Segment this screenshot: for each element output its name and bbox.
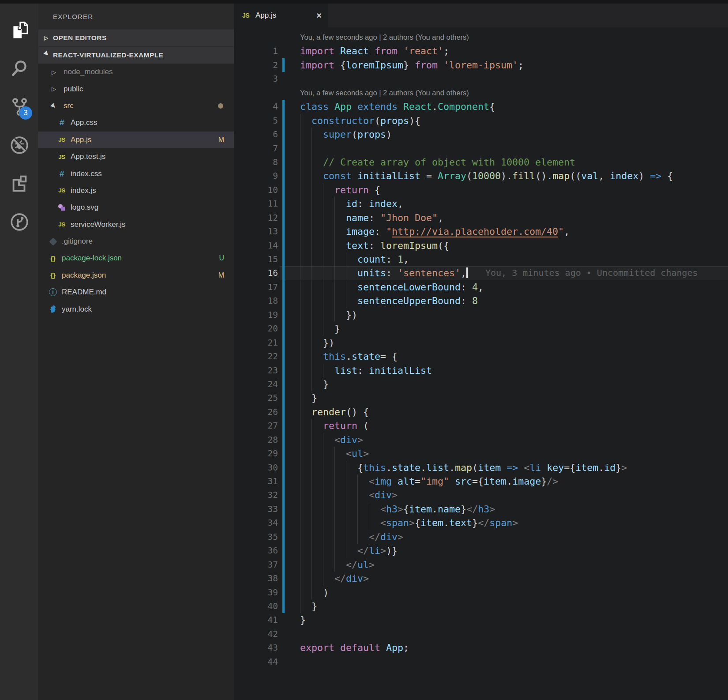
- code-line-13[interactable]: 13image: "http://via.placeholder.com/40"…: [234, 225, 728, 238]
- code-text: </div>: [300, 572, 369, 585]
- code-line-35[interactable]: 35</div>: [234, 530, 728, 544]
- tree-item-index-css[interactable]: #index.css: [38, 165, 234, 182]
- tree-item-src[interactable]: ▶src: [38, 98, 234, 114]
- chevron-expanded-icon: ▶: [49, 101, 59, 111]
- modified-gutter-indicator: [282, 516, 285, 530]
- code-line-8[interactable]: 8// Create array of object with 10000 el…: [234, 155, 728, 169]
- tree-item--gitignore[interactable]: .gitignore: [38, 233, 234, 250]
- code-line-28[interactable]: 28<div>: [234, 433, 728, 447]
- code-line-25[interactable]: 25}: [234, 391, 728, 405]
- code-line-18[interactable]: 18sentenceUpperBound: 8: [234, 294, 728, 308]
- code-line-21[interactable]: 21}): [234, 336, 728, 350]
- tree-item-serviceworker-js[interactable]: JSserviceWorker.js: [38, 216, 234, 233]
- code-line-37[interactable]: 37</ul>: [234, 558, 728, 572]
- line-number: 42: [234, 627, 278, 641]
- code-text: class App extends React.Component{: [300, 100, 495, 113]
- code-line-30[interactable]: 30{this.state.list.map(item => <li key={…: [234, 461, 728, 474]
- code-text: ): [300, 586, 329, 599]
- activity-bar: 3: [0, 4, 38, 700]
- file-label: package.json: [62, 271, 106, 280]
- code-line-4[interactable]: 4class App extends React.Component{: [234, 100, 728, 113]
- code-line-39[interactable]: 39): [234, 586, 728, 599]
- tree-item-public[interactable]: ▷public: [38, 80, 234, 97]
- tree-item-package-json[interactable]: {}package.jsonM: [38, 267, 234, 284]
- section-react-virtualized-example[interactable]: ▶REACT-VIRTUALIZED-EXAMPLE: [38, 46, 234, 64]
- modified-gutter-indicator: [282, 572, 285, 585]
- code-line-3[interactable]: 3: [234, 72, 728, 86]
- code-line-19[interactable]: 19}): [234, 308, 728, 322]
- line-number: 18: [234, 294, 278, 308]
- code-line-22[interactable]: 22this.state= {: [234, 350, 728, 363]
- tree-item-readme-md[interactable]: iREADME.md: [38, 284, 234, 301]
- modified-gutter-indicator: [282, 252, 285, 266]
- activity-source-control-icon[interactable]: 3: [0, 87, 38, 126]
- tree-item-node-modules[interactable]: ▷node_modules: [38, 64, 234, 80]
- activity-debug-disabled-icon[interactable]: [0, 126, 38, 164]
- code-line-17[interactable]: 17sentenceLowerBound: 4,: [234, 280, 728, 294]
- code-line-41[interactable]: 41}: [234, 613, 728, 627]
- modified-gutter-indicator: [282, 419, 285, 433]
- code-line-42[interactable]: 42: [234, 627, 728, 641]
- git-file-icon: [47, 239, 59, 245]
- codelens-annotation[interactable]: You, a few seconds ago | 2 authors (You …: [234, 30, 728, 44]
- code-line-43[interactable]: 43export default App;: [234, 641, 728, 655]
- modified-gutter-indicator: [282, 225, 285, 238]
- line-number: 22: [234, 350, 278, 363]
- code-line-16[interactable]: 16units: 'sentences',You, 3 minutes ago …: [234, 266, 728, 280]
- code-line-44[interactable]: 44: [234, 655, 728, 669]
- code-line-33[interactable]: 33<h3>{item.name}</h3>: [234, 502, 728, 516]
- code-line-14[interactable]: 14text: loremIpsum({: [234, 239, 728, 252]
- modified-gutter-indicator: [282, 280, 285, 294]
- code-text: }: [300, 322, 340, 335]
- tree-item-package-lock-json[interactable]: {}package-lock.jsonU: [38, 250, 234, 267]
- activity-search-icon[interactable]: [0, 49, 38, 87]
- close-icon[interactable]: ✕: [316, 11, 322, 20]
- code-line-23[interactable]: 23list: initialList: [234, 364, 728, 377]
- code-line-40[interactable]: 40}: [234, 599, 728, 613]
- code-line-34[interactable]: 34<span>{item.text}</span>: [234, 516, 728, 530]
- tree-item-app-js[interactable]: JSApp.jsM: [38, 132, 234, 148]
- code-line-24[interactable]: 24}: [234, 377, 728, 391]
- line-number: 35: [234, 530, 278, 544]
- tab-appjs[interactable]: JS App.js ✕: [234, 4, 328, 27]
- code-line-31[interactable]: 31<img alt="img" src={item.image}/>: [234, 474, 728, 488]
- line-number: 1: [234, 44, 278, 58]
- code-line-11[interactable]: 11id: index,: [234, 197, 728, 211]
- activity-explorer-icon[interactable]: [0, 11, 38, 49]
- tree-item-index-js[interactable]: JSindex.js: [38, 182, 234, 199]
- codelens-annotation[interactable]: You, a few seconds ago | 2 authors (You …: [234, 86, 728, 100]
- modified-gutter-indicator: [282, 114, 285, 128]
- tree-item-logo-svg[interactable]: logo.svg: [38, 199, 234, 216]
- code-line-15[interactable]: 15count: 1,: [234, 252, 728, 266]
- modified-dot-indicator: [218, 103, 223, 109]
- file-label: serviceWorker.js: [71, 220, 125, 229]
- activity-extensions-icon[interactable]: [0, 164, 38, 203]
- code-line-32[interactable]: 32<div>: [234, 488, 728, 502]
- modified-gutter-indicator: [282, 336, 285, 350]
- tree-item-app-test-js[interactable]: JSApp.test.js: [38, 148, 234, 165]
- code-line-9[interactable]: 9const initialList = Array(10000).fill()…: [234, 169, 728, 183]
- code-line-29[interactable]: 29<ul>: [234, 447, 728, 460]
- code-line-20[interactable]: 20}: [234, 322, 728, 335]
- code-line-36[interactable]: 36</li>)}: [234, 544, 728, 557]
- code-text: [300, 142, 323, 155]
- section-open-editors[interactable]: ▷OPEN EDITORS: [38, 29, 234, 46]
- line-number: 21: [234, 336, 278, 350]
- code-line-1[interactable]: 1import React from 'react';: [234, 44, 728, 58]
- json-file-icon: {}: [47, 255, 59, 262]
- code-line-6[interactable]: 6super(props): [234, 128, 728, 141]
- code-line-26[interactable]: 26render() {: [234, 405, 728, 419]
- activity-gitlens-icon[interactable]: [0, 203, 38, 241]
- modified-gutter-indicator: [282, 155, 285, 169]
- code-line-5[interactable]: 5constructor(props){: [234, 114, 728, 128]
- code-line-10[interactable]: 10return {: [234, 183, 728, 197]
- code-line-27[interactable]: 27return (: [234, 419, 728, 433]
- code-line-12[interactable]: 12name: "Jhon Doe",: [234, 211, 728, 225]
- code-line-38[interactable]: 38</div>: [234, 572, 728, 585]
- tree-item-yarn-lock[interactable]: yarn.lock: [38, 301, 234, 317]
- tree-item-app-css[interactable]: #App.css: [38, 114, 234, 131]
- modified-gutter-indicator: [282, 488, 285, 502]
- code-line-7[interactable]: 7: [234, 142, 728, 155]
- code-line-2[interactable]: 2import {loremIpsum} from 'lorem-ipsum';: [234, 58, 728, 72]
- code-area[interactable]: You, a few seconds ago | 2 authors (You …: [234, 27, 728, 669]
